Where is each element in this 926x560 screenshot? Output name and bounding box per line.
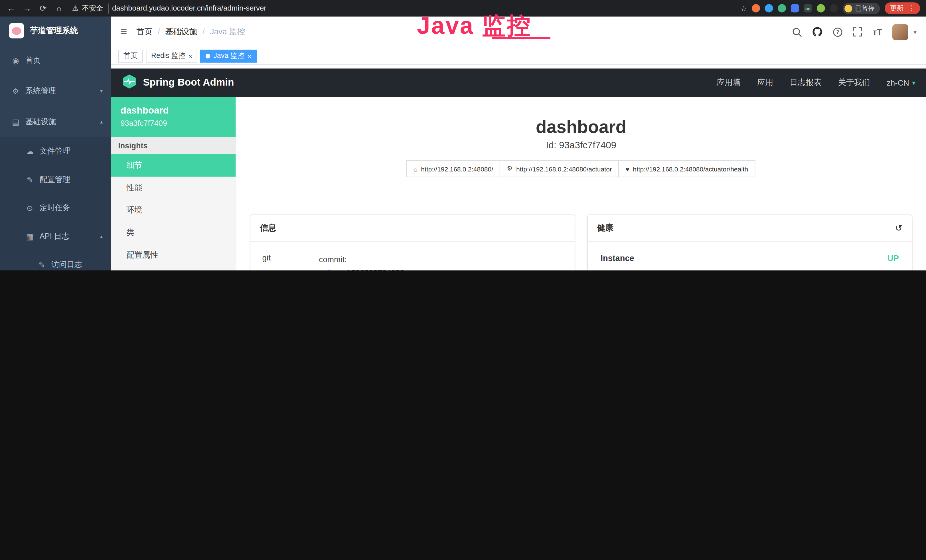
browser-update-button[interactable]: 更新 ⋮ [885,2,920,14]
close-icon[interactable]: × [189,52,192,59]
font-size-icon[interactable]: тT [873,27,882,37]
sba-brand[interactable]: Spring Boot Admin [143,77,234,88]
sba-navbar: Spring Boot Admin 应用墙 应用 日志报表 关于我们 zh-CN… [111,68,926,97]
tab-java-monitor[interactable]: Java 监控 × [200,49,257,62]
sba-instance-block[interactable]: dashboard 93a3fc7f7409 [111,97,236,137]
tab-label: Java 监控 [213,51,244,61]
browser-menu-icon[interactable]: ⋮ [908,4,915,12]
extension-icon[interactable] [752,4,760,12]
sba-instance-name: dashboard [120,105,226,116]
app-logo-row[interactable]: 芋道管理系统 [0,17,111,45]
sidebar-submenu-infrastructure: ☁ 文件管理 ✎ 配置管理 ⊙ 定时任务 ▦ API 日志 ▴ ✎ [0,137,111,271]
paused-label: 已暂停 [855,4,875,12]
url-text: dashboard.yudao.iocoder.cn/infra/admin-s… [112,4,266,12]
sidebar-item-home[interactable]: ◉ 首页 [0,45,111,76]
extension-icon[interactable] [830,4,838,12]
hamburger-icon[interactable]: ≡ [120,26,127,38]
extension-icon[interactable] [817,4,825,12]
sba-instance-id: 93a3fc7f7409 [120,119,226,127]
profile-avatar-icon [844,5,852,12]
close-icon[interactable]: × [248,52,251,59]
sidebar-item-scheduled-tasks[interactable]: ⊙ 定时任务 [0,194,111,222]
breadcrumb-item-infrastructure[interactable]: 基础设施 [165,27,205,37]
tabs-bar: 首页 Redis 监控 × Java 监控 × [111,47,926,65]
breadcrumb-item-home[interactable]: 首页 [136,27,160,37]
app-sidebar: 芋道管理系统 ◉ 首页 ⚙ 系统管理 ▾ ▤ 基础设施 ▴ ☁ 文件管理 [0,17,111,271]
chevron-up-icon: ▴ [100,233,103,239]
sidebar-item-label: 访问日志 [51,259,82,270]
log-icon: ▦ [26,232,34,241]
sidebar-item-access-logs[interactable]: ✎ 访问日志 [0,250,111,271]
chevron-down-icon: ▾ [912,79,915,86]
health-status-badge: UP [887,253,899,263]
instance-health-url[interactable]: ♥ http://192.168.0.2:48080/actuator/heal… [618,160,755,177]
sidebar-item-label: API 日志 [39,231,70,242]
sba-item-scheduled-tasks[interactable]: 计划任务 [111,266,236,271]
breadcrumb-item-java-monitor: Java 监控 [210,27,245,37]
extension-icon[interactable] [778,4,786,12]
forward-icon[interactable]: → [22,3,33,13]
instance-subtitle: Id: 93a3fc7f7409 [250,140,912,151]
breadcrumb: 首页 基础设施 Java 监控 [136,27,245,37]
help-icon[interactable]: ? [833,27,843,37]
sidebar-item-system-management[interactable]: ⚙ 系统管理 ▾ [0,76,111,106]
github-icon[interactable] [812,27,823,37]
sba-locale-select[interactable]: zh-CN ▾ [887,78,915,87]
profile-paused-badge[interactable]: 已暂停 [843,3,880,14]
chevron-down-icon[interactable]: ▾ [914,29,916,35]
extension-icon[interactable] [791,4,799,12]
tab-redis-monitor[interactable]: Redis 监控 × [146,49,197,62]
sidebar-item-config-management[interactable]: ✎ 配置管理 [0,165,111,194]
clock-icon: ⊙ [26,203,34,212]
sba-item-classes[interactable]: 类 [111,222,236,244]
search-icon[interactable] [792,27,802,37]
sidebar-item-infrastructure[interactable]: ▤ 基础设施 ▴ [0,106,111,137]
link-label: http://192.168.0.2:48080/actuator/health [633,165,748,172]
sba-nav-links: 应用墙 应用 日志报表 关于我们 zh-CN ▾ [717,77,915,88]
tab-home[interactable]: 首页 [118,49,143,62]
back-icon[interactable]: ← [6,3,17,13]
sba-link-wallboard[interactable]: 应用墙 [717,77,741,88]
sidebar-item-api-logs[interactable]: ▦ API 日志 ▴ [0,222,111,250]
instance-actuator-url[interactable]: ⚙ http://192.168.0.2:48080/actuator [500,160,619,177]
sba-sidebar: dashboard 93a3fc7f7409 Insights 细节 性能 环境… [111,97,236,271]
sba-item-environment[interactable]: 环境 [111,199,236,222]
sidebar-item-label: 首页 [26,55,41,66]
edit-icon: ✎ [26,175,34,184]
sba-content: dashboard Id: 93a3fc7f7409 ⌂ http://192.… [236,97,926,271]
instance-title: dashboard [250,117,912,136]
bookmark-star-icon[interactable]: ☆ [740,4,747,12]
warning-icon: ⚠ [72,4,79,12]
link-label: http://192.168.0.2:48080/ [421,165,493,172]
gear-icon: ⚙ [11,86,20,95]
fullscreen-icon[interactable] [853,27,862,36]
annotation-underline [492,37,551,39]
security-label: 不安全 [82,3,108,13]
info-card: 信息 git commit: time: 1596289704000 id: 2… [250,215,575,271]
active-dot-icon [206,53,211,58]
sba-link-about[interactable]: 关于我们 [838,77,870,88]
reload-icon[interactable]: ⟳ [38,3,48,13]
sba-item-metrics[interactable]: 性能 [111,177,236,199]
heart-icon: ♥ [625,165,629,172]
user-avatar[interactable] [892,24,908,40]
sidebar-item-file-management[interactable]: ☁ 文件管理 [0,137,111,165]
extension-on-icon[interactable]: on [803,4,812,12]
dashboard-icon: ◉ [11,56,20,65]
chevron-up-icon: ▴ [100,119,103,125]
info-card-title: 信息 [250,215,575,242]
extension-icon[interactable] [765,4,773,12]
info-key: git [262,253,319,271]
screen: ← → ⟳ ⌂ ⚠ 不安全 dashboard.yudao.iocoder.cn… [0,0,926,271]
instance-service-url[interactable]: ⌂ http://192.168.0.2:48080/ [406,160,500,177]
sba-item-config-props[interactable]: 配置属性 [111,244,236,266]
history-icon[interactable]: ↺ [895,223,902,233]
sba-item-details[interactable]: 细节 [111,154,236,177]
address-bar[interactable]: ⚠ 不安全 dashboard.yudao.iocoder.cn/infra/a… [70,3,735,13]
edit-icon: ✎ [37,260,46,269]
sba-link-applications[interactable]: 应用 [757,77,773,88]
cloud-icon: ☁ [26,147,34,156]
sidebar-item-label: 系统管理 [26,86,56,96]
sba-link-journal[interactable]: 日志报表 [790,77,822,88]
home-icon[interactable]: ⌂ [54,3,64,13]
